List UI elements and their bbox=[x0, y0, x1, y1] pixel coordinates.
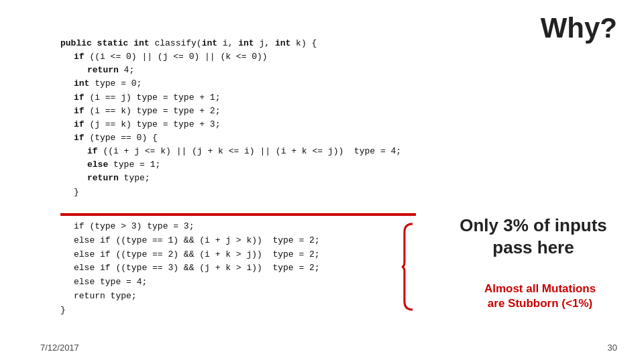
code-line-3: return 4; bbox=[60, 64, 401, 77]
red-bracket-icon bbox=[400, 223, 415, 311]
code-line-1: public static int classify(int i, int j,… bbox=[60, 37, 401, 50]
code-line-6: if (i == k) type = type + 2; bbox=[60, 105, 401, 118]
code-bottom-2: else if ((type == 1) && (i + j > k)) typ… bbox=[60, 234, 320, 248]
code-line-12: } bbox=[60, 186, 401, 199]
code-line-9: if ((i + j <= k) || (j + k <= i) || (i +… bbox=[60, 145, 401, 158]
code-line-10: else type = 1; bbox=[60, 158, 401, 172]
label-only3-text: Only 3% of inputs pass here bbox=[460, 215, 607, 257]
red-divider bbox=[60, 213, 416, 216]
label-mutations-text: Almost all Mutations are Stubborn (<1%) bbox=[484, 282, 596, 310]
code-bottom-3: else if ((type == 2) && (i + k > j)) typ… bbox=[60, 248, 320, 262]
page-number: 30 bbox=[608, 343, 617, 353]
slide-title: Why? bbox=[541, 12, 617, 44]
code-line-4: int type = 0; bbox=[60, 77, 401, 90]
code-line-8: if (type == 0) { bbox=[60, 131, 401, 145]
code-bottom-4: else if ((type == 3) && (j + k > i)) typ… bbox=[60, 261, 320, 276]
slide-container: Why? public static int classify(int i, i… bbox=[0, 0, 644, 362]
code-line-5: if (i == j) type = type + 1; bbox=[60, 91, 401, 105]
code-line-11: return type; bbox=[60, 172, 401, 185]
code-bottom-6: return type; bbox=[60, 290, 320, 304]
code-bottom-7: } bbox=[60, 304, 320, 318]
code-bottom-1: if (type > 3) type = 3; bbox=[60, 220, 320, 234]
code-bottom-5: else type = 4; bbox=[60, 276, 320, 290]
code-line-7: if (j == k) type = type + 3; bbox=[60, 118, 401, 131]
label-mutations: Almost all Mutations are Stubborn (<1%) bbox=[473, 282, 607, 311]
date-label: 7/12/2017 bbox=[40, 343, 79, 353]
code-block-top: public static int classify(int i, int j,… bbox=[60, 37, 401, 199]
label-only3-percent: Only 3% of inputs pass here bbox=[460, 215, 607, 258]
code-line-2: if ((i <= 0) || (j <= 0) || (k <= 0)) bbox=[60, 50, 401, 64]
code-block-bottom: if (type > 3) type = 3; else if ((type =… bbox=[60, 220, 320, 318]
